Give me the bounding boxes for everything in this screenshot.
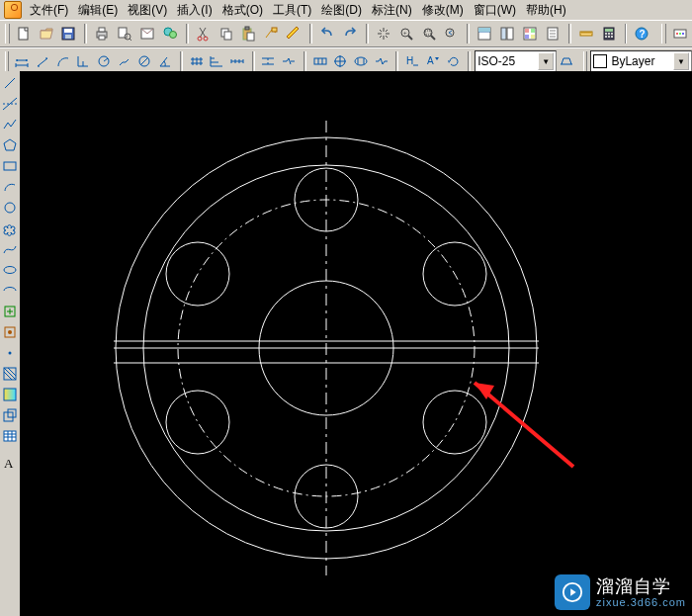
polygon-button[interactable] — [0, 135, 20, 155]
menu-help[interactable]: 帮助(H) — [522, 1, 570, 20]
menu-draw[interactable]: 绘图(D) — [317, 1, 366, 20]
center-mark-button[interactable] — [330, 49, 350, 73]
print-button[interactable] — [91, 22, 113, 45]
jogged-linear-button[interactable] — [372, 49, 391, 73]
inspect-button[interactable] — [351, 49, 371, 73]
svg-point-60 — [679, 33, 681, 35]
svg-rect-113 — [4, 162, 16, 170]
arc-button[interactable] — [0, 177, 20, 197]
circle-button[interactable] — [0, 198, 20, 218]
properties-button[interactable] — [474, 22, 495, 45]
svg-rect-16 — [224, 32, 231, 40]
dim-linear-button[interactable] — [12, 49, 32, 73]
svg-text:A: A — [4, 456, 14, 471]
app-icon — [4, 1, 22, 19]
zoom-prev-button[interactable] — [440, 22, 462, 45]
dim-angular-button[interactable] — [155, 49, 175, 73]
dim-edit-button[interactable]: H — [402, 49, 422, 73]
insert-block-button[interactable] — [0, 302, 20, 321]
dim-ordinate-button[interactable] — [73, 49, 93, 73]
revcloud-button[interactable] — [0, 219, 20, 238]
point-button[interactable] — [0, 343, 20, 363]
svg-rect-3 — [65, 35, 71, 39]
menu-annotate[interactable]: 标注(N) — [368, 1, 416, 20]
tool-palette-button[interactable] — [519, 22, 541, 45]
publish-button[interactable] — [136, 22, 158, 45]
tolerance-button[interactable] — [310, 49, 330, 73]
cut-button[interactable] — [193, 22, 215, 45]
paste-button[interactable] — [238, 22, 260, 45]
dim-baseline-button[interactable] — [207, 49, 226, 73]
hatch-button[interactable] — [0, 364, 20, 384]
pan-button[interactable] — [373, 22, 394, 45]
menu-modify[interactable]: 修改(M) — [418, 1, 468, 20]
new-button[interactable] — [13, 22, 35, 45]
open-button[interactable] — [36, 22, 57, 45]
grip[interactable] — [5, 24, 10, 44]
save-button[interactable] — [58, 22, 80, 45]
help-button[interactable]: ? — [631, 22, 652, 45]
make-block-button[interactable] — [0, 322, 20, 342]
dimstyle-combo[interactable]: ISO-25 ▼ — [475, 50, 557, 72]
menu-edit[interactable]: 编辑(E) — [74, 1, 122, 20]
polyline-button[interactable] — [0, 115, 20, 134]
calculator-button[interactable] — [598, 22, 620, 45]
print-preview-button[interactable] — [114, 22, 135, 45]
svg-rect-37 — [531, 35, 535, 39]
grip[interactable] — [5, 51, 9, 71]
dim-aligned-button[interactable] — [33, 49, 52, 73]
chevron-down-icon[interactable]: ▼ — [673, 52, 689, 70]
layer-color-combo[interactable]: ByLayer ▼ — [590, 50, 691, 72]
design-center-button[interactable] — [496, 22, 518, 45]
dim-arc-button[interactable] — [53, 49, 73, 73]
dimstyle-value: ISO-25 — [477, 54, 515, 68]
copy-button[interactable] — [216, 22, 237, 45]
menu-file[interactable]: 文件(F) — [26, 1, 72, 20]
dim-radius-button[interactable] — [94, 49, 114, 73]
menu-window[interactable]: 窗口(W) — [470, 1, 520, 20]
ellipse-arc-button[interactable] — [0, 281, 20, 301]
mtext-button[interactable]: A — [0, 453, 20, 473]
zoom-window-button[interactable] — [418, 22, 440, 45]
measure-button[interactable] — [575, 22, 597, 45]
match-button[interactable] — [260, 22, 282, 45]
menu-insert[interactable]: 插入(I) — [173, 1, 216, 20]
svg-rect-52 — [611, 33, 613, 35]
svg-line-9 — [130, 39, 131, 41]
watermark: 溜溜自学 zixue.3d66.com — [555, 574, 686, 610]
sheet-set-button[interactable] — [542, 22, 563, 45]
drawing-canvas[interactable]: 溜溜自学 zixue.3d66.com — [20, 71, 692, 616]
svg-rect-54 — [608, 36, 610, 38]
table-button[interactable] — [0, 426, 20, 446]
svg-line-110 — [3, 98, 17, 110]
ellipse-button[interactable] — [0, 260, 20, 280]
undo-button[interactable] — [316, 22, 338, 45]
dim-space-button[interactable] — [259, 49, 279, 73]
dim-update-button[interactable] — [444, 49, 464, 73]
xline-button[interactable] — [0, 94, 20, 114]
dim-diameter-button[interactable] — [135, 49, 155, 73]
gradient-button[interactable] — [0, 385, 20, 404]
dim-continue-button[interactable] — [227, 49, 247, 73]
dimstyle-button[interactable] — [557, 49, 576, 73]
dim-text-edit-button[interactable]: A — [423, 49, 443, 73]
line-button[interactable] — [0, 73, 20, 93]
region-button[interactable] — [0, 405, 20, 425]
redo-button[interactable] — [339, 22, 361, 45]
svg-rect-30 — [478, 28, 490, 32]
menu-tool[interactable]: 工具(T) — [269, 1, 315, 20]
menu-format[interactable]: 格式(O) — [218, 1, 267, 20]
find-button[interactable] — [159, 22, 181, 45]
svg-rect-19 — [247, 33, 254, 41]
dim-break-button[interactable] — [279, 49, 299, 73]
menu-view[interactable]: 视图(V) — [124, 1, 171, 20]
dim-jogged-button[interactable] — [115, 49, 134, 73]
chevron-down-icon[interactable]: ▼ — [538, 52, 554, 70]
rectangle-button[interactable] — [0, 156, 20, 176]
zoom-realtime-button[interactable]: + — [395, 22, 417, 45]
extra-button[interactable] — [669, 22, 691, 45]
brush-button[interactable] — [283, 22, 304, 45]
svg-point-143 — [423, 391, 486, 454]
spline-button[interactable] — [0, 239, 20, 259]
quickdim-button[interactable] — [187, 49, 207, 73]
